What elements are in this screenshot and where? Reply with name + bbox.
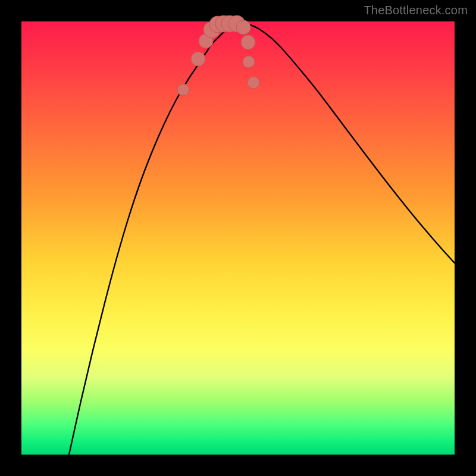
chart-marker bbox=[241, 35, 255, 49]
chart-curve bbox=[69, 23, 455, 455]
chart-marker bbox=[177, 84, 189, 96]
chart-marker bbox=[191, 52, 205, 66]
chart-frame: TheBottleneck.com bbox=[0, 0, 476, 476]
chart-marker bbox=[236, 20, 250, 35]
chart-overlay bbox=[21, 21, 455, 455]
chart-marker bbox=[243, 56, 255, 68]
chart-markers bbox=[177, 15, 259, 96]
watermark-text: TheBottleneck.com bbox=[364, 4, 468, 17]
chart-marker bbox=[248, 77, 259, 89]
